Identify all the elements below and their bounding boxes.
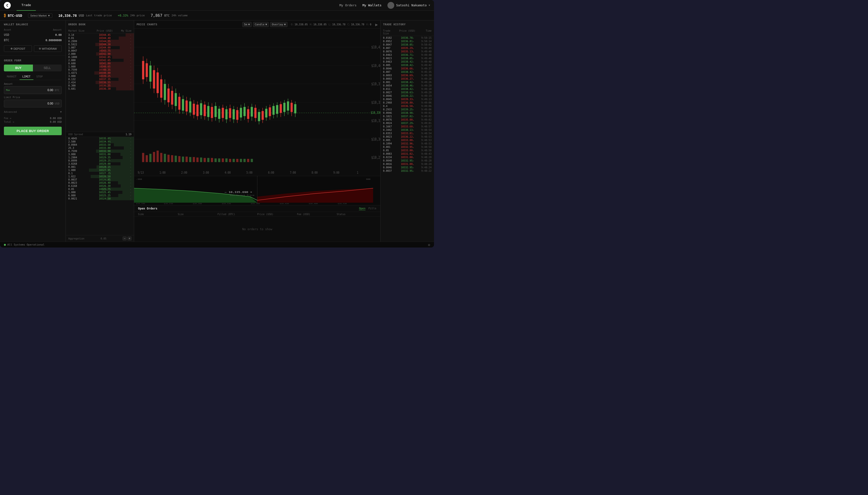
order-type-market[interactable]: MARKET [4,74,19,80]
spread-row: USD Spread 1.19 [66,132,134,137]
trade-history-row: 0.0023 10336.22↘ 9:48:53 [381,135,434,138]
trade-history-title: Trade History [381,20,434,28]
order-book-ask-row[interactable]: 3.14 10344.45 - [66,33,134,36]
amount-input[interactable] [12,88,53,92]
order-book-ask-row[interactable]: 0.132 10337.35 - [66,78,134,81]
nav-link-my-wallets[interactable]: My Wallets [362,3,381,7]
order-book-bid-row[interactable]: 0.0037 10326.45 - [66,178,134,181]
nav-tab-trade[interactable]: Trade [17,0,36,11]
withdraw-button[interactable]: ⊖ WITHDRAW [34,45,62,52]
oo-tab-fills[interactable]: Fills [369,207,376,210]
order-book-bid-row[interactable]: 3.0268 10329.00 - [66,162,134,166]
svg-text:$10,400: $10,400 [371,63,380,68]
order-book-bid-row[interactable]: 0.1 10327.25 - [66,172,134,175]
order-book-bid-row[interactable]: 1.000 10327.95 - [66,169,134,172]
svg-rect-92 [258,112,260,121]
timeframe-select[interactable]: 5m ▼ [242,22,252,27]
order-book-ask-row[interactable]: 0.1000 10342.85 - [66,55,134,59]
overlay-select[interactable]: Overlay ▼ [270,22,288,27]
sell-button[interactable]: SELL [33,65,62,71]
limit-price-input[interactable] [6,102,53,105]
ob-my-size-header: My Size [119,30,131,32]
chart-expand-button[interactable]: ▶ [375,23,378,27]
order-book-ask-row[interactable]: 2.414 10336.55 - [66,81,134,84]
order-book-ask-row[interactable]: 0.0047 10343.75 - [66,49,134,52]
order-book-bid-row[interactable]: 1.022 10326.50 - [66,175,134,178]
aggregation-plus-button[interactable]: + [128,237,131,240]
user-avatar [388,2,394,9]
order-type-stop[interactable]: STOP [33,74,46,80]
place-order-button[interactable]: PLACE BUY ORDER [4,127,62,135]
trade-history-row: 0.0076 10335.13↘ 9:49:48 [381,50,434,53]
max-button[interactable]: Max [6,89,10,91]
th-price-header: Price (USD) [396,30,418,35]
chart-controls: 5m ▼ Candle ▼ Overlay ▼ [242,22,371,27]
chart-type-select[interactable]: Candle ▼ [253,22,269,27]
order-book-bid-row[interactable]: 1.2904 10329.35 - [66,156,134,159]
deposit-button[interactable]: ⊕ DEPOSIT [4,45,32,52]
svg-text:3:00: 3:00 [203,171,209,174]
order-book-ask-row[interactable]: 1.007 10344.00 - [66,46,134,49]
aggregation-minus-button[interactable]: − [122,237,127,240]
chevron-down-icon: ▼ [265,23,267,26]
trade-history-row: 0.0045 10339.33↘ 9:49:13 [381,98,434,101]
trade-history-row: 0.001 10332.95↘ 9:48:50 [381,145,434,149]
order-type-limit[interactable]: LIMIT [19,74,33,80]
svg-rect-141 [244,159,246,162]
svg-rect-46 [175,93,177,106]
order-book-bid-row[interactable]: 25.3 10333.00 - [66,147,134,150]
order-book-ask-row[interactable]: 2.000 10342.90 - [66,52,134,55]
advanced-toggle[interactable]: Advanced ▼ [4,109,62,115]
select-market-button[interactable]: Select Market ▼ [28,13,52,18]
order-book-ask-row[interactable]: 3.000 10339.25 - [66,74,134,78]
oo-tab-open[interactable]: Open [359,207,365,210]
order-book-bid-row[interactable]: 1.000 10325.45 - [66,191,134,194]
svg-rect-86 [247,109,249,119]
svg-rect-54 [189,101,192,112]
order-book-price-area: Order Book Market Size Price (USD) My Si… [66,20,380,242]
wallet-actions: ⊕ DEPOSIT ⊖ WITHDRAW [0,43,66,54]
order-book-bid-row[interactable]: 6.000 10325.25 - [66,194,134,197]
nav-link-my-orders[interactable]: My Orders [339,3,357,7]
order-book-bid-row[interactable]: 0.0021 10324.50 - [66,197,134,200]
svg-rect-104 [280,104,282,113]
order-book-bid-row[interactable]: 0.7599 10332.90 - [66,150,134,153]
svg-rect-84 [244,107,246,116]
order-book-ask-row[interactable]: 1.4371 10340.00 - [66,71,134,74]
order-book-ask-row[interactable]: 2.000 10342.65 - [66,59,134,62]
app-logo[interactable]: C [4,2,11,9]
change-label: 24h price [130,14,145,17]
order-book-bid-row[interactable]: 0.0023 10326.40 - [66,181,134,184]
trade-history-row: 0.0952 10336.81↗ 9:50:14 [381,39,434,43]
order-book-bid-row[interactable]: 0.4045 10335.05 - [66,137,134,140]
settings-icon[interactable]: ⚙ [428,243,430,247]
trade-history-row: 0.0046 10332.95↗ 9:48:24 [381,166,434,169]
order-book-ask-row[interactable]: 0.600 10341.80 - [66,62,134,65]
order-book-bid-row[interactable]: 0.001 10328.15 - [66,166,134,169]
order-book-ask-row[interactable]: 1.000 10340.65 - [66,65,134,68]
order-book-bid-row[interactable]: 3.000 10331.00 - [66,153,134,156]
wallet-balance-title: Wallet Balance [0,20,66,28]
open-orders-header: Open Orders Open Fills [134,205,380,212]
buy-button[interactable]: BUY [4,65,33,71]
order-book-ask-row[interactable]: 0.01 10344.40 - [66,36,134,40]
order-book-bid-row[interactable]: 0.0999 10329.25 - [66,159,134,162]
order-book-ask-row[interactable]: 0.300 10336.35 - [66,84,134,87]
order-book-bid-row[interactable]: 0.05 10325.75 - [66,188,134,191]
order-book-ask-row[interactable]: 5.601 10336.30 - [66,87,134,90]
chevron-down-icon: ▼ [284,23,286,26]
svg-text:$10,480: $10,480 [309,203,318,205]
svg-rect-70 [218,109,220,119]
order-book-ask-row[interactable]: 0.2999 10344.35 - [66,40,134,43]
svg-rect-142 [247,159,249,162]
order-book-bid-row[interactable]: 2.500 10334.95 - [66,140,134,143]
order-book-ask-row[interactable]: 0.7599 10340.35 - [66,68,134,71]
user-info[interactable]: Satoshi Nakamoto ▼ [388,2,430,9]
order-book-ask-row[interactable]: 0.5922 10344.30 - [66,43,134,46]
trade-history-row: 0.0353 10333.01↘ 9:48:54 [381,132,434,135]
status-left: All Systems Operational [4,243,44,246]
amount-unit: BTC [55,89,60,92]
svg-rect-128 [196,158,198,162]
order-book-bid-row[interactable]: 0.0984 10333.50 - [66,143,134,147]
order-book-bid-row[interactable]: 0.6168 10326.30 - [66,184,134,188]
